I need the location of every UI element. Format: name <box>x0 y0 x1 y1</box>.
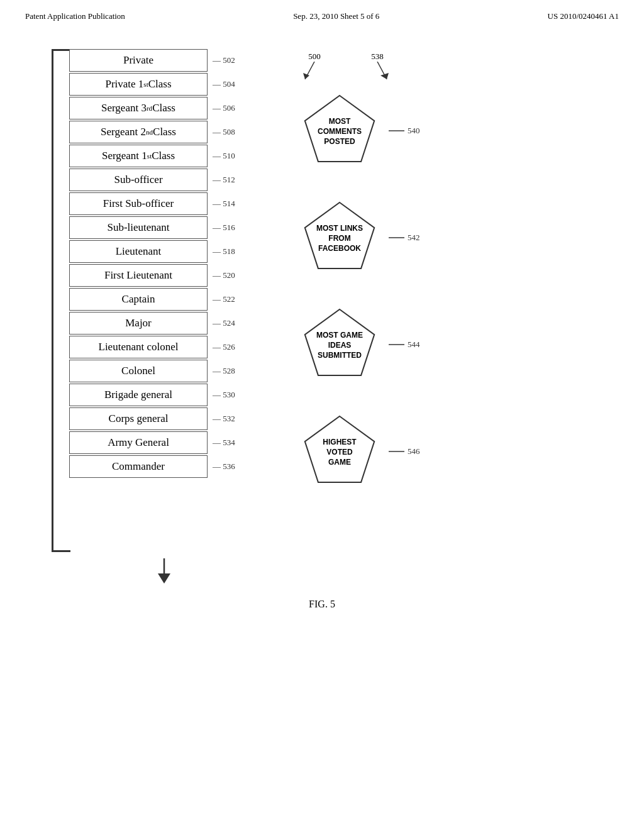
rank-number-518: — 518 <box>213 246 235 257</box>
rank-box-514: First Sub-officer <box>69 192 208 215</box>
svg-text:COMMENTS: COMMENTS <box>318 127 362 136</box>
pentagon-group-542: MOST LINKSFROMFACEBOOK542 <box>296 194 420 282</box>
rank-number-534: — 534 <box>213 438 235 448</box>
rank-box-516: Sub-lieutenant <box>69 216 208 239</box>
rank-number-522: — 522 <box>213 294 235 304</box>
arrow-538-icon <box>365 62 390 80</box>
ref-538-label: 538 <box>371 52 384 62</box>
rank-box-518: Lieutenant <box>69 240 208 263</box>
rank-number-536: — 536 <box>213 462 235 472</box>
rank-row: First Sub-officer— 514 <box>69 192 258 215</box>
rank-box-526: Lieutenant colonel <box>69 336 208 358</box>
pentagons-section: 500 538 MOSTCOMMENTSPOSTED540MOST LINKSF… <box>296 52 420 586</box>
page-header: Patent Application Publication Sep. 23, … <box>0 0 644 26</box>
pentagon-svg-546: HIGHESTVOTEDGAME <box>296 407 384 495</box>
pentagon-number-546: 546 <box>408 446 420 456</box>
ref-538: 538 <box>365 52 390 80</box>
rank-row: Sergeant 3rd Class— 506 <box>69 97 258 119</box>
pentagon-group-544: MOST GAMEIDEASSUBMITTED544 <box>296 301 420 389</box>
rank-number-532: — 532 <box>213 414 235 424</box>
top-bar <box>52 49 70 51</box>
pentagon-number-540: 540 <box>408 126 420 136</box>
rank-row: Major— 524 <box>69 312 258 335</box>
pentagon-svg-540: MOSTCOMMENTSPOSTED <box>296 87 384 175</box>
fig-caption: FIG. 5 <box>0 599 644 610</box>
rank-row: Army General— 534 <box>69 431 258 454</box>
rank-box-522: Captain <box>69 288 208 311</box>
svg-text:MOST LINKS: MOST LINKS <box>316 224 363 233</box>
rank-number-508: — 508 <box>213 127 235 137</box>
rank-number-502: — 502 <box>213 55 235 65</box>
rank-row: Colonel— 528 <box>69 360 258 382</box>
pentagon-ref-546: 546 <box>389 445 420 458</box>
pentagon-group-546: HIGHESTVOTEDGAME546 <box>296 407 420 495</box>
rank-box-536: Commander <box>69 455 208 478</box>
rank-number-514: — 514 <box>213 199 235 209</box>
rank-row: Lieutenant colonel— 526 <box>69 336 258 358</box>
rank-row: Private 1st Class— 504 <box>69 73 258 96</box>
bottom-bar <box>52 550 70 552</box>
svg-text:VOTED: VOTED <box>326 448 353 456</box>
svg-marker-3 <box>303 73 309 79</box>
main-content: Private— 502Private 1st Class— 504Sergea… <box>0 26 644 586</box>
rank-items: Private— 502Private 1st Class— 504Sergea… <box>69 49 258 577</box>
bracket-section: Private— 502Private 1st Class— 504Sergea… <box>38 49 277 577</box>
rank-box-510: Sergeant 1stClass <box>69 145 208 167</box>
rank-box-504: Private 1st Class <box>69 73 208 96</box>
rank-box-520: First Lieutenant <box>69 264 208 287</box>
rank-row: Sub-lieutenant— 516 <box>69 216 258 239</box>
svg-text:GAME: GAME <box>328 458 351 467</box>
svg-marker-5 <box>380 73 389 79</box>
header-right: US 2010/0240461 A1 <box>548 11 619 21</box>
rank-row: Sergeant 1stClass— 510 <box>69 145 258 167</box>
rank-number-520: — 520 <box>213 270 235 280</box>
rank-row: Commander— 536 <box>69 455 258 478</box>
rank-number-506: — 506 <box>213 103 235 113</box>
rank-number-530: — 530 <box>213 390 235 400</box>
fig-caption-text: FIG. 5 <box>309 599 335 609</box>
rank-box-530: Brigade general <box>69 384 208 406</box>
svg-text:MOST GAME: MOST GAME <box>316 331 363 340</box>
rank-box-528: Colonel <box>69 360 208 382</box>
rank-number-510: — 510 <box>213 151 235 161</box>
svg-text:FROM: FROM <box>328 234 350 243</box>
pentagon-number-544: 544 <box>408 340 420 350</box>
svg-text:HIGHEST: HIGHEST <box>323 438 357 446</box>
rank-list-container: Private— 502Private 1st Class— 504Sergea… <box>38 45 277 586</box>
rank-row: Captain— 522 <box>69 288 258 311</box>
pentagon-ref-542: 542 <box>389 231 420 244</box>
rank-box-512: Sub-officer <box>69 169 208 191</box>
svg-text:FACEBOOK: FACEBOOK <box>318 244 361 253</box>
rank-box-524: Major <box>69 312 208 335</box>
svg-text:SUBMITTED: SUBMITTED <box>318 351 362 360</box>
rank-row: Sub-officer— 512 <box>69 169 258 191</box>
rank-box-532: Corps general <box>69 407 208 430</box>
rank-number-524: — 524 <box>213 318 235 328</box>
svg-text:POSTED: POSTED <box>324 137 355 146</box>
top-ref-labels: 500 538 <box>302 52 420 80</box>
pentagon-ref-544: 544 <box>389 338 420 351</box>
rank-box-506: Sergeant 3rd Class <box>69 97 208 119</box>
rank-row: First Lieutenant— 520 <box>69 264 258 287</box>
pentagon-number-542: 542 <box>408 233 420 243</box>
pentagons-container: MOSTCOMMENTSPOSTED540MOST LINKSFROMFACEB… <box>296 87 420 495</box>
pentagon-group-540: MOSTCOMMENTSPOSTED540 <box>296 87 420 175</box>
rank-box-502: Private <box>69 49 208 72</box>
svg-text:IDEAS: IDEAS <box>328 341 352 350</box>
vertical-bar <box>52 49 53 552</box>
rank-row: Sergeant 2ndClass— 508 <box>69 121 258 143</box>
rank-box-534: Army General <box>69 431 208 454</box>
rank-number-516: — 516 <box>213 223 235 233</box>
pentagon-svg-542: MOST LINKSFROMFACEBOOK <box>296 194 384 282</box>
rank-row: Lieutenant— 518 <box>69 240 258 263</box>
rank-row: Corps general— 532 <box>69 407 258 430</box>
pentagon-ref-540: 540 <box>389 124 420 137</box>
rank-number-512: — 512 <box>213 175 235 185</box>
header-center: Sep. 23, 2010 Sheet 5 of 6 <box>293 11 379 21</box>
rank-row: Private— 502 <box>69 49 258 72</box>
ref-500: 500 <box>302 52 327 80</box>
rank-box-508: Sergeant 2ndClass <box>69 121 208 143</box>
header-left: Patent Application Publication <box>25 11 125 21</box>
rank-number-528: — 528 <box>213 366 235 376</box>
svg-text:MOST: MOST <box>329 117 351 126</box>
